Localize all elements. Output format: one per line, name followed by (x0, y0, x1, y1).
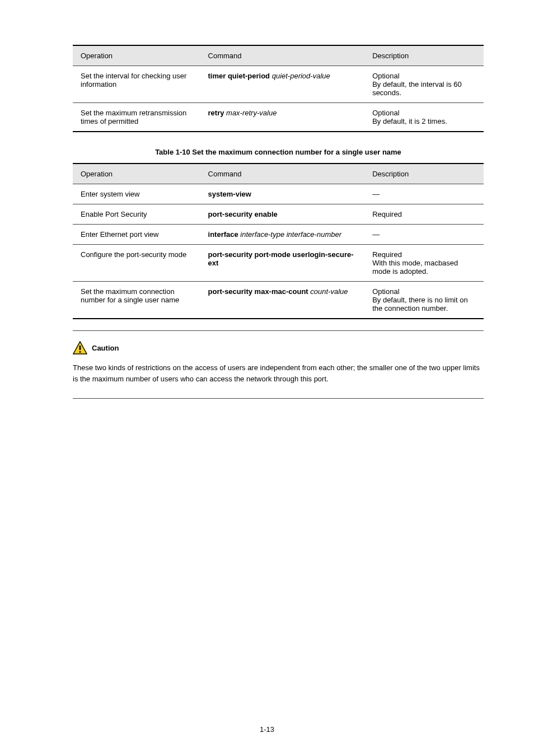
cell-operation: Enter system view (73, 184, 200, 204)
cell-description: Required (364, 204, 484, 225)
col-command: Command (200, 45, 365, 66)
table-header-row: Operation Command Description (73, 164, 484, 184)
cell-operation: Enable Port Security (73, 204, 200, 225)
cell-command: port-security port-mode userlogin-secure… (200, 245, 365, 282)
cell-operation: Set the maximum connection number for a … (73, 282, 200, 319)
svg-rect-2 (79, 351, 81, 353)
table-operations-1: Operation Command Description Set the in… (73, 45, 484, 132)
table-row: Set the interval for checking user infor… (73, 66, 484, 103)
cell-description: — (364, 225, 484, 245)
caution-text: These two kinds of restrictions on the a… (73, 362, 484, 385)
table-caption-2: Table 1-10 Set the maximum connection nu… (73, 148, 484, 156)
cell-operation: Configure the port-security mode (73, 245, 200, 282)
col-description: Description (364, 164, 484, 184)
table-header-row: Operation Command Description (73, 45, 484, 66)
table-row: Set the maximum retransmission times of … (73, 103, 484, 132)
cell-command: port-security enable (200, 204, 365, 225)
table-operations-2: Operation Command Description Enter syst… (73, 163, 484, 319)
cell-description: Optional By default, the interval is 60 … (364, 66, 484, 103)
cell-command: interface interface-type interface-numbe… (200, 225, 365, 245)
caution-header: Caution (73, 341, 484, 354)
cell-description: — (364, 184, 484, 204)
cell-description: Required With this mode, macbased mode i… (364, 245, 484, 282)
caution-icon (73, 341, 87, 354)
table-row: Enable Port Securityport-security enable… (73, 204, 484, 225)
caution-label: Caution (92, 344, 119, 352)
page-number: 1-13 (0, 725, 534, 734)
col-operation: Operation (73, 164, 200, 184)
cell-description: Optional By default, there is no limit o… (364, 282, 484, 319)
table-row: Configure the port-security modeport-sec… (73, 245, 484, 282)
cell-operation: Enter Ethernet port view (73, 225, 200, 245)
cell-operation: Set the interval for checking user infor… (73, 66, 200, 103)
cell-description: Optional By default, it is 2 times. (364, 103, 484, 132)
col-operation: Operation (73, 45, 200, 66)
caution-block: Caution These two kinds of restrictions … (73, 330, 484, 399)
cell-command: port-security max-mac-count count-value (200, 282, 365, 319)
table-row: Enter system viewsystem-view— (73, 184, 484, 204)
table-row: Set the maximum connection number for a … (73, 282, 484, 319)
table-row: Enter Ethernet port viewinterface interf… (73, 225, 484, 245)
cell-command: retry max-retry-value (200, 103, 365, 132)
cell-operation: Set the maximum retransmission times of … (73, 103, 200, 132)
col-description: Description (364, 45, 484, 66)
col-command: Command (200, 164, 365, 184)
cell-command: timer quiet-period quiet-period-value (200, 66, 365, 103)
cell-command: system-view (200, 184, 365, 204)
svg-rect-1 (79, 346, 81, 350)
